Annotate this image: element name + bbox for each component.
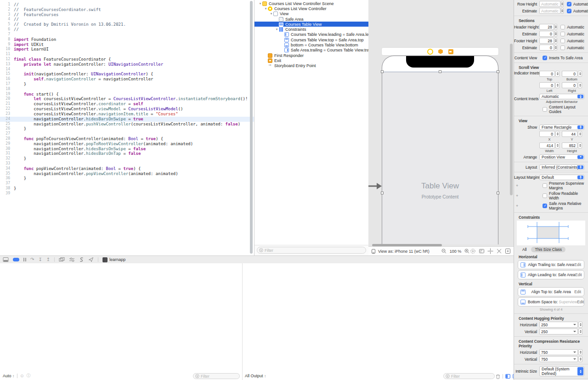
checkbox[interactable] (543, 204, 547, 208)
checkbox[interactable] (543, 183, 547, 188)
line-number[interactable]: 33 (0, 161, 14, 166)
code-line[interactable]: 28 func popToCoursesViewController(anima… (0, 136, 254, 142)
disclosure-triangle[interactable]: ▾ (269, 12, 273, 16)
variables-scope-selector[interactable]: Auto ↕ (3, 374, 14, 378)
stepper[interactable] (578, 131, 582, 137)
value-field[interactable]: 44 (562, 131, 577, 137)
outline-row[interactable]: Storyboard Entry Point (254, 63, 368, 68)
align-icon[interactable] (479, 248, 485, 254)
popup-button[interactable]: Inferred (Constraints) (539, 164, 584, 170)
outline-row[interactable]: bottom = Courses Table View.bottom (254, 42, 368, 47)
code-line[interactable]: 6// (0, 27, 254, 32)
resize-handle[interactable] (497, 70, 499, 73)
line-number[interactable]: 19 (0, 92, 14, 97)
update-frames-icon[interactable] (470, 248, 476, 254)
line-number[interactable]: 21 (0, 102, 14, 107)
view-hierarchy-debugger-icon[interactable] (59, 257, 65, 262)
line-number[interactable]: 25 (0, 122, 14, 127)
breakpoints-toggle-icon[interactable] (13, 258, 19, 261)
line-number[interactable]: 2 (0, 7, 14, 12)
code-line[interactable]: 27 (0, 131, 254, 136)
line-number[interactable]: 18 (0, 87, 14, 92)
code-line[interactable]: 14 (0, 67, 254, 72)
stepper[interactable] (578, 71, 582, 77)
code-line[interactable]: 38} (0, 186, 254, 191)
value-field[interactable]: 0 (539, 131, 555, 137)
code-line[interactable]: 3// FeatureCourses (0, 12, 254, 17)
code-line[interactable]: 12final class FeatureCoursesCoordinator … (0, 57, 254, 62)
outline-row[interactable]: Safe Area.trailing = Courses Table View.… (254, 48, 368, 53)
value-field[interactable]: 0 (539, 45, 554, 51)
console-output-selector[interactable]: All Output ↕ (245, 374, 266, 378)
outline-row[interactable]: Courses Table View.top = Safe Area.top (254, 37, 368, 42)
zoom-level[interactable]: 100 % (450, 249, 462, 254)
hide-debug-area-icon[interactable] (3, 257, 9, 262)
step-into-icon[interactable]: ↧ (38, 257, 42, 262)
outline-row[interactable]: ▾Constraints (254, 27, 368, 32)
view-as-button[interactable]: View as: iPhone 11 (wC hR) (378, 249, 430, 254)
code-line[interactable]: 11 (0, 52, 254, 57)
code-line[interactable]: 22 coursesListViewController.viewModel =… (0, 107, 254, 112)
line-number[interactable]: 16 (0, 77, 14, 82)
code-line[interactable]: 29 navigationController.popToRootViewCon… (0, 142, 254, 147)
line-number[interactable]: 39 (0, 191, 14, 196)
add-button[interactable]: + (516, 193, 520, 198)
stepper[interactable] (555, 71, 560, 77)
code-line[interactable]: 15 init(navigationController: UINavigati… (0, 72, 254, 77)
resize-handle[interactable] (439, 70, 441, 73)
value-field[interactable]: 0 (539, 71, 555, 77)
device-configuration-icon[interactable] (371, 249, 376, 254)
line-number[interactable]: 12 (0, 57, 14, 62)
code-line[interactable]: 13 private let navigationController: UIN… (0, 62, 254, 67)
edit-button[interactable]: Edit (575, 272, 582, 277)
code-line[interactable]: 5// Created by Dmitrii Voronin on 13.06.… (0, 22, 254, 27)
value-field[interactable]: 0 (562, 82, 577, 88)
value-field[interactable]: 28 (539, 24, 554, 30)
code-line[interactable]: 9import UIKit (0, 42, 254, 47)
popup-button[interactable]: Frame Rectangle (539, 125, 584, 130)
quick-look-icon[interactable]: ⊙ (20, 374, 24, 378)
stepper[interactable] (578, 142, 582, 148)
checkbox[interactable] (560, 45, 565, 50)
line-number[interactable]: 24 (0, 117, 14, 122)
popup-button[interactable]: Default (539, 175, 584, 180)
line-number[interactable]: 20 (0, 96, 14, 102)
add-button[interactable]: + (516, 204, 520, 208)
simulate-location-icon[interactable] (88, 257, 94, 262)
outline-row[interactable]: First Responder (254, 53, 368, 58)
checkbox[interactable] (543, 56, 547, 60)
stepper[interactable] (578, 356, 582, 362)
line-number[interactable]: 29 (0, 142, 14, 147)
value-field[interactable]: 0 (562, 71, 577, 77)
value-field[interactable]: 0 (539, 82, 555, 88)
code-line[interactable]: 31 navigationController.hidesBarsOnTap =… (0, 151, 254, 156)
memory-graph-icon[interactable] (79, 257, 84, 262)
view-controller-icon[interactable] (427, 49, 433, 55)
popup-button[interactable]: Position View (539, 154, 584, 160)
stepper[interactable] (578, 349, 582, 355)
stepper[interactable] (578, 82, 582, 88)
disclosure-triangle[interactable]: ▾ (264, 7, 268, 11)
stepper[interactable] (578, 322, 582, 328)
code-line[interactable]: 21 coursesListViewController.coordinator… (0, 102, 254, 107)
add-button[interactable]: + (516, 183, 520, 188)
priority-field[interactable]: 750 (539, 356, 578, 362)
canvas-vertical-scrollbar[interactable] (510, 44, 513, 195)
code-line[interactable]: 17 } (0, 82, 254, 87)
constraint-item[interactable]: Bottom Space to: SuperviewEdit (518, 297, 584, 306)
resize-handle[interactable] (381, 70, 384, 73)
value-field[interactable]: Automatic (539, 1, 560, 7)
line-number[interactable]: 26 (0, 126, 14, 131)
outline-row[interactable]: ▾View (254, 11, 368, 17)
stepper[interactable] (578, 329, 582, 335)
code-line[interactable]: 4// (0, 17, 254, 22)
line-number[interactable]: 6 (0, 27, 14, 32)
step-out-icon[interactable]: ↥ (46, 257, 50, 262)
line-number[interactable]: 3 (0, 12, 14, 17)
code-line[interactable]: 35 navigationController.popViewControlle… (0, 171, 254, 176)
outline-row[interactable]: ▾Courses List View Controller (254, 6, 368, 11)
priority-field[interactable]: 250 (539, 329, 578, 335)
embed-in-icon[interactable] (505, 248, 511, 254)
stepper[interactable] (554, 31, 557, 37)
line-number[interactable]: 15 (0, 72, 14, 77)
